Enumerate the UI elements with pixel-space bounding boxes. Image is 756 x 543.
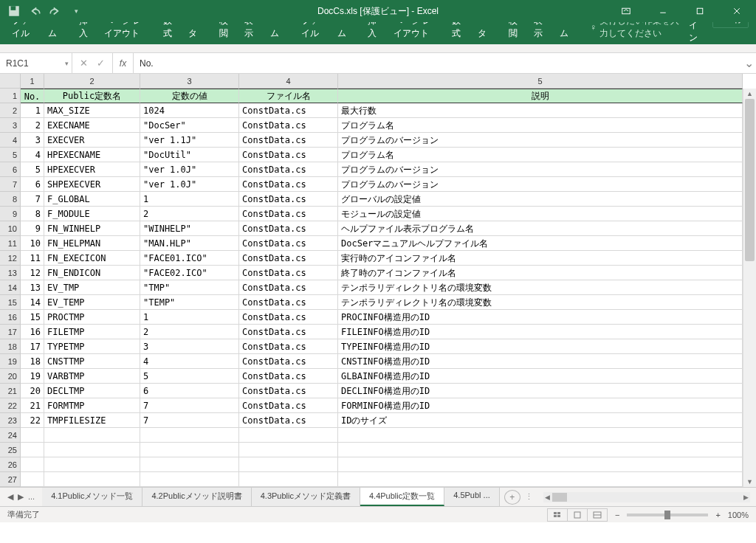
table-cell[interactable]: ConstData.cs <box>239 325 338 339</box>
table-cell[interactable]: ConstData.cs <box>239 192 338 207</box>
empty-cell[interactable] <box>338 428 743 443</box>
table-cell[interactable]: EV_TEMP <box>44 295 140 310</box>
table-cell[interactable]: ConstData.cs <box>239 413 338 428</box>
tab-split-icon[interactable]: ⋮ <box>520 492 537 502</box>
table-cell[interactable]: "ver 1.0J" <box>140 162 239 177</box>
table-cell[interactable]: EXECNAME <box>44 118 140 133</box>
table-cell[interactable]: 2 <box>140 207 239 221</box>
table-cell[interactable]: DECLTMP <box>44 384 140 398</box>
empty-cell[interactable] <box>21 457 44 472</box>
table-cell[interactable]: FILETMP <box>44 325 140 339</box>
table-cell[interactable]: "WINHELP" <box>140 221 239 236</box>
row-header[interactable]: 17 <box>0 325 20 339</box>
table-cell[interactable]: 4 <box>140 354 239 369</box>
sheet-tab[interactable]: 4.5Publ ... <box>444 488 500 506</box>
fx-icon[interactable]: fx <box>113 53 134 73</box>
table-cell[interactable]: ConstData.cs <box>239 339 338 354</box>
row-header[interactable]: 15 <box>0 295 20 310</box>
table-cell[interactable]: GLBAINFO構造用のID <box>338 369 743 384</box>
row-header[interactable]: 24 <box>0 428 20 443</box>
formula-bar[interactable]: No. <box>134 53 741 73</box>
table-header[interactable]: 定数の値 <box>140 89 239 103</box>
add-sheet-button[interactable]: + <box>504 490 520 505</box>
table-cell[interactable]: 22 <box>21 413 44 428</box>
zoom-out-button[interactable]: − <box>615 511 619 519</box>
qat-customize-icon[interactable]: ▾ <box>69 4 83 18</box>
row-header[interactable]: 9 <box>0 207 20 221</box>
table-cell[interactable]: 20 <box>21 384 44 398</box>
normal-view-icon[interactable] <box>547 508 568 522</box>
table-cell[interactable]: 8 <box>21 207 44 221</box>
row-header[interactable]: 8 <box>0 192 20 207</box>
table-cell[interactable]: F_GLOBAL <box>44 192 140 207</box>
scroll-up-icon[interactable]: ▲ <box>743 89 756 99</box>
col-header[interactable]: 5 <box>338 74 743 88</box>
table-cell[interactable]: ConstData.cs <box>239 354 338 369</box>
row-header[interactable]: 1 <box>0 89 20 103</box>
table-cell[interactable]: CNSTINFO構造用のID <box>338 354 743 369</box>
row-header[interactable]: 14 <box>0 280 20 295</box>
table-cell[interactable]: "MAN.HLP" <box>140 236 239 251</box>
table-cell[interactable]: モジュールの設定値 <box>338 207 743 221</box>
table-cell[interactable]: ConstData.cs <box>239 148 338 162</box>
empty-cell[interactable] <box>140 443 239 457</box>
row-header[interactable]: 11 <box>0 236 20 251</box>
empty-cell[interactable] <box>44 472 140 487</box>
table-cell[interactable]: ConstData.cs <box>239 398 338 413</box>
table-cell[interactable]: FORMTMP <box>44 398 140 413</box>
table-cell[interactable]: PROCTMP <box>44 310 140 325</box>
chevron-down-icon[interactable]: ▾ <box>65 60 69 67</box>
tab-nav-ellipsis[interactable]: ... <box>28 492 35 502</box>
table-cell[interactable]: 3 <box>21 133 44 148</box>
table-cell[interactable]: EXECVER <box>44 133 140 148</box>
table-cell[interactable]: HPEXECVER <box>44 162 140 177</box>
col-header[interactable]: 4 <box>239 74 338 88</box>
table-cell[interactable]: プログラムのバージョン <box>338 162 743 177</box>
table-cell[interactable]: ヘルプファイル表示プログラム名 <box>338 221 743 236</box>
row-header[interactable]: 18 <box>0 339 20 354</box>
empty-cell[interactable] <box>44 428 140 443</box>
table-cell[interactable]: ConstData.cs <box>239 103 338 118</box>
table-cell[interactable]: 17 <box>21 339 44 354</box>
table-cell[interactable]: ConstData.cs <box>239 177 338 192</box>
empty-cell[interactable] <box>239 457 338 472</box>
table-cell[interactable]: 7 <box>140 413 239 428</box>
table-cell[interactable]: 1024 <box>140 103 239 118</box>
table-cell[interactable]: ConstData.cs <box>239 266 338 280</box>
row-header[interactable]: 7 <box>0 177 20 192</box>
table-cell[interactable]: FILEINFO構造用のID <box>338 325 743 339</box>
table-cell[interactable]: HPEXECNAME <box>44 148 140 162</box>
table-cell[interactable]: ConstData.cs <box>239 207 338 221</box>
table-cell[interactable]: "FACE02.ICO" <box>140 266 239 280</box>
table-cell[interactable]: ConstData.cs <box>239 221 338 236</box>
empty-cell[interactable] <box>338 457 743 472</box>
table-cell[interactable]: 6 <box>140 384 239 398</box>
table-cell[interactable]: 19 <box>21 369 44 384</box>
table-cell[interactable]: "DocUtil" <box>140 148 239 162</box>
vertical-scrollbar[interactable]: ▲ ▼ <box>743 89 756 487</box>
empty-cell[interactable] <box>338 472 743 487</box>
table-header[interactable]: No. <box>21 89 44 103</box>
table-cell[interactable]: FN_EXECICON <box>44 251 140 266</box>
table-header[interactable]: ファイル名 <box>239 89 338 103</box>
row-header[interactable]: 16 <box>0 310 20 325</box>
table-cell[interactable]: ConstData.cs <box>239 369 338 384</box>
page-break-view-icon[interactable] <box>587 508 608 522</box>
table-cell[interactable]: "FACE01.ICO" <box>140 251 239 266</box>
empty-cell[interactable] <box>21 428 44 443</box>
table-cell[interactable]: "ver 1.1J" <box>140 133 239 148</box>
table-cell[interactable]: EV_TMP <box>44 280 140 295</box>
table-cell[interactable]: ConstData.cs <box>239 384 338 398</box>
sheet-tab[interactable]: 4.3Publicメソッド定義書 <box>252 488 360 506</box>
table-cell[interactable]: 4 <box>21 148 44 162</box>
scroll-down-icon[interactable]: ▼ <box>743 477 756 487</box>
row-header[interactable]: 3 <box>0 118 20 133</box>
table-cell[interactable]: PROCINFO構造用のID <box>338 310 743 325</box>
table-cell[interactable]: 21 <box>21 398 44 413</box>
table-cell[interactable]: 2 <box>140 325 239 339</box>
row-header[interactable]: 21 <box>0 384 20 398</box>
zoom-level[interactable]: 100% <box>728 511 749 519</box>
table-cell[interactable]: グローバルの設定値 <box>338 192 743 207</box>
cancel-formula-icon[interactable]: ✕ <box>80 58 88 69</box>
table-cell[interactable]: TMPFILESIZE <box>44 413 140 428</box>
